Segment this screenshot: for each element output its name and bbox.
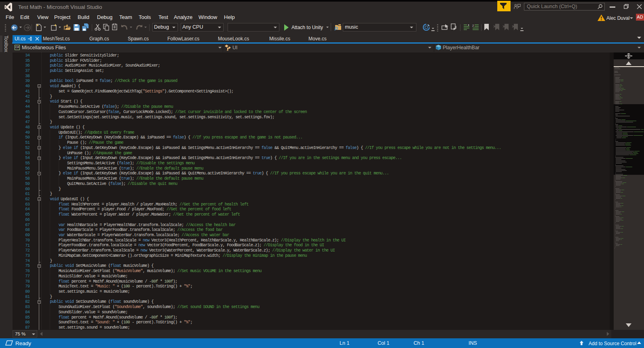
svg-text:2: 2 <box>472 24 474 27</box>
